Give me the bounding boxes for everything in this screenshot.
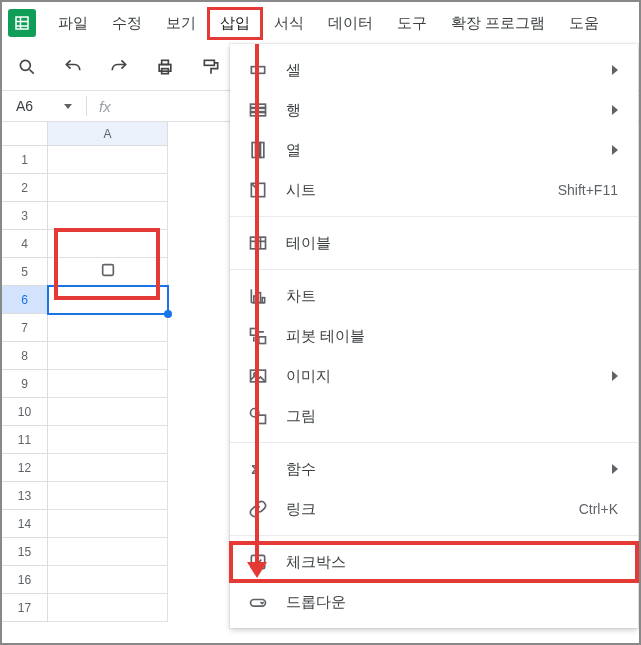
- menu-item-cell[interactable]: 셀: [230, 50, 638, 90]
- function-icon: Σ: [248, 459, 268, 479]
- svg-rect-12: [251, 104, 266, 107]
- row-header[interactable]: 6: [2, 286, 48, 314]
- row-header[interactable]: 8: [2, 342, 48, 370]
- menu-데이터[interactable]: 데이터: [316, 8, 385, 39]
- menu-item-label: 함수: [286, 460, 594, 479]
- cell-a15[interactable]: [48, 538, 168, 566]
- svg-rect-0: [16, 17, 28, 29]
- menu-삽입[interactable]: 삽입: [208, 8, 262, 39]
- cell-a8[interactable]: [48, 342, 168, 370]
- search-icon[interactable]: [10, 50, 44, 84]
- sheets-logo: [8, 9, 36, 37]
- svg-rect-13: [251, 108, 266, 111]
- image-icon: [248, 366, 268, 386]
- row-header[interactable]: 14: [2, 510, 48, 538]
- menu-separator: [230, 442, 638, 443]
- menu-item-sheet[interactable]: 시트Shift+F11: [230, 170, 638, 210]
- menu-item-label: 테이블: [286, 234, 618, 253]
- link-icon: [248, 499, 268, 519]
- rows-icon: [248, 100, 268, 120]
- menu-도움[interactable]: 도움: [557, 8, 611, 39]
- menu-item-dropdown[interactable]: 드롭다운: [230, 582, 638, 622]
- menu-확장 프로그램[interactable]: 확장 프로그램: [439, 8, 557, 39]
- redo-icon[interactable]: [102, 50, 136, 84]
- table-icon: [248, 233, 268, 253]
- menu-파일[interactable]: 파일: [46, 8, 100, 39]
- cell-a3[interactable]: [48, 202, 168, 230]
- col-header-a[interactable]: A: [48, 122, 168, 146]
- svg-rect-11: [251, 67, 264, 74]
- cell-a1[interactable]: [48, 146, 168, 174]
- row-header[interactable]: 16: [2, 566, 48, 594]
- cell-a10[interactable]: [48, 398, 168, 426]
- menu-item-label: 링크: [286, 500, 561, 519]
- cell-a12[interactable]: [48, 454, 168, 482]
- menu-separator: [230, 216, 638, 217]
- row-header[interactable]: 2: [2, 174, 48, 202]
- svg-rect-9: [204, 60, 214, 65]
- svg-rect-15: [252, 143, 255, 158]
- row-header[interactable]: 5: [2, 258, 48, 286]
- separator: [86, 96, 87, 116]
- select-all-corner[interactable]: [2, 122, 48, 146]
- pivot-icon: [248, 326, 268, 346]
- cell-a7[interactable]: [48, 314, 168, 342]
- row-header[interactable]: 12: [2, 454, 48, 482]
- name-box[interactable]: A6: [8, 98, 80, 114]
- sheet-icon: [248, 180, 268, 200]
- menu-item-pivot[interactable]: 피봇 테이블: [230, 316, 638, 356]
- cols-icon: [248, 140, 268, 160]
- chevron-right-icon: [612, 371, 618, 381]
- menu-item-function[interactable]: Σ함수: [230, 449, 638, 489]
- menu-item-image[interactable]: 이미지: [230, 356, 638, 396]
- cell-a17[interactable]: [48, 594, 168, 622]
- menu-item-chart[interactable]: 차트: [230, 276, 638, 316]
- menu-item-cols[interactable]: 열: [230, 130, 638, 170]
- menu-item-drawing[interactable]: 그림: [230, 396, 638, 436]
- row-header[interactable]: 17: [2, 594, 48, 622]
- row-header[interactable]: 10: [2, 398, 48, 426]
- cell-a6[interactable]: [48, 286, 168, 314]
- row-header[interactable]: 9: [2, 370, 48, 398]
- paint-format-icon[interactable]: [194, 50, 228, 84]
- cell-icon: [248, 60, 268, 80]
- svg-rect-14: [251, 113, 266, 116]
- cell-a13[interactable]: [48, 482, 168, 510]
- svg-text:Σ: Σ: [251, 462, 259, 477]
- svg-rect-35: [251, 555, 264, 568]
- undo-icon[interactable]: [56, 50, 90, 84]
- print-icon[interactable]: [148, 50, 182, 84]
- row-header[interactable]: 11: [2, 426, 48, 454]
- menu-item-table[interactable]: 테이블: [230, 223, 638, 263]
- menu-도구[interactable]: 도구: [385, 8, 439, 39]
- cell-a14[interactable]: [48, 510, 168, 538]
- svg-rect-10: [102, 264, 113, 275]
- cell-a9[interactable]: [48, 370, 168, 398]
- cell-a5[interactable]: [48, 258, 168, 286]
- menu-item-rows[interactable]: 행: [230, 90, 638, 130]
- menu-item-link[interactable]: 링크Ctrl+K: [230, 489, 638, 529]
- cell-a2[interactable]: [48, 174, 168, 202]
- row-header[interactable]: 1: [2, 146, 48, 174]
- svg-rect-19: [251, 237, 266, 249]
- checkbox-icon: [248, 552, 268, 572]
- chart-icon: [248, 286, 268, 306]
- svg-rect-26: [258, 293, 261, 303]
- checkbox-icon[interactable]: [100, 262, 116, 282]
- menu-보기[interactable]: 보기: [154, 8, 208, 39]
- row-header[interactable]: 7: [2, 314, 48, 342]
- row-header[interactable]: 13: [2, 482, 48, 510]
- spreadsheet-grid[interactable]: A 1234567891011121314151617: [2, 122, 232, 645]
- cell-a16[interactable]: [48, 566, 168, 594]
- row-header[interactable]: 4: [2, 230, 48, 258]
- cell-a11[interactable]: [48, 426, 168, 454]
- chevron-right-icon: [612, 145, 618, 155]
- menu-item-label: 체크박스: [286, 553, 618, 572]
- menu-수정[interactable]: 수정: [100, 8, 154, 39]
- row-header[interactable]: 15: [2, 538, 48, 566]
- svg-point-4: [20, 60, 30, 70]
- menu-서식[interactable]: 서식: [262, 8, 316, 39]
- menu-item-checkbox[interactable]: 체크박스: [230, 542, 638, 582]
- row-header[interactable]: 3: [2, 202, 48, 230]
- cell-a4[interactable]: [48, 230, 168, 258]
